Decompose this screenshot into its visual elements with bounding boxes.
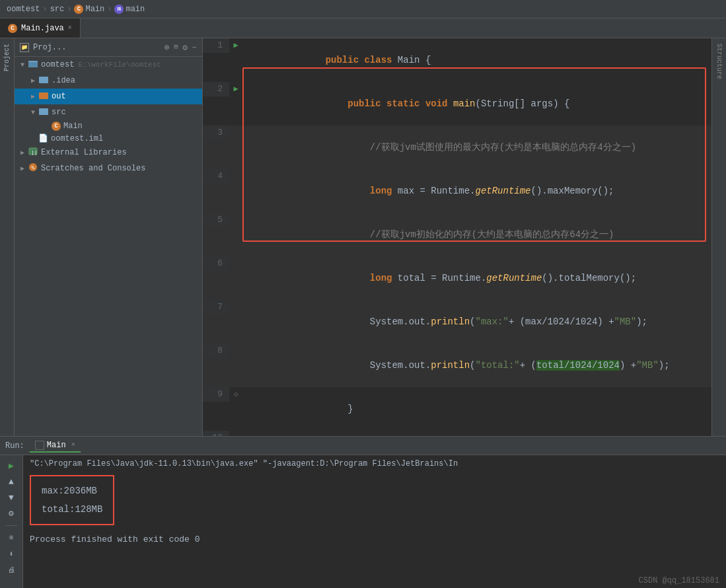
breadcrumb-main[interactable]: C Main — [74, 5, 104, 14]
code-editor[interactable]: 1 ▶ public class Main { 2 ▶ — [203, 38, 711, 436]
divider — [5, 525, 17, 526]
scroll-down-btn[interactable]: ▼ — [5, 491, 18, 504]
tab-main-java[interactable]: C Main.java × — [0, 18, 81, 38]
line-content-1: public class Main { — [242, 38, 711, 82]
tree-item-label-idea: .idea — [52, 76, 75, 85]
run-arrow-1[interactable]: ▶ — [233, 38, 238, 53]
ext-libs-icon: ||| — [28, 146, 38, 159]
console-body: ▶ ▲ ▼ ⚙ ≡ ⬇ 🖨 "C:\Program Files\Java\jdk… — [0, 455, 726, 588]
project-tab[interactable]: Project — [3, 44, 11, 71]
main-class-icon: C — [74, 5, 83, 14]
breadcrumb-bar: oomtest › src › C Main › m main — [0, 0, 726, 18]
close-sidebar-icon[interactable]: – — [192, 42, 197, 53]
locate-icon[interactable]: ⊕ — [164, 42, 170, 53]
tree-item-idea[interactable]: ▶ .idea — [15, 73, 202, 89]
tree-item-main-class[interactable]: ▶ C Main — [15, 120, 202, 132]
line-num-3: 3 — [203, 126, 229, 140]
scratches-icon: ✎ — [28, 162, 38, 175]
watermark: CSDN @qq_18153681 — [639, 576, 719, 585]
code-line-6: 6 long total = Runtime.getRuntime().tota… — [203, 256, 711, 300]
sidebar-header: 📁 Proj... ⊕ ≡ ⚙ – — [15, 38, 202, 57]
align-left-btn[interactable]: ≡ — [5, 531, 18, 544]
bottom-panel: Run: Main × ▶ ▲ ▼ ⚙ ≡ ⬇ 🖨 — [0, 436, 726, 588]
line-num-10: 10 — [203, 431, 229, 436]
run-arrow-2[interactable]: ▶ — [233, 82, 238, 96]
console-output-total: total:128MB — [42, 500, 102, 519]
code-line-1: 1 ▶ public class Main { — [203, 38, 711, 82]
tree-item-src[interactable]: ▼ src — [15, 104, 202, 120]
run-tab-main[interactable]: Main × — [30, 439, 81, 453]
run-tab-bar: Run: Main × — [0, 437, 726, 455]
code-line-3: 3 //获取jvm试图使用的最大内存(大约是本电脑的总内存4分之一) — [203, 126, 711, 169]
line-content-3: //获取jvm试图使用的最大内存(大约是本电脑的总内存4分之一) — [242, 126, 711, 169]
code-line-4: 4 long max = Runtime.getRuntime().maxMem… — [203, 169, 711, 213]
svg-text:|||: ||| — [31, 149, 38, 155]
main-class-tree-icon: C — [52, 122, 61, 131]
bookmark-icon-9: ◇ — [234, 387, 238, 402]
editor-tab-bar: C Main.java × — [0, 18, 726, 38]
console-toolbar: ▶ ▲ ▼ ⚙ ≡ ⬇ 🖨 — [0, 455, 23, 588]
line-num-6: 6 — [203, 256, 229, 271]
run-label: Run: — [5, 441, 24, 451]
run-tab-close[interactable]: × — [71, 441, 75, 449]
line-num-2: 2 — [203, 82, 229, 96]
tree-item-label-iml: oomtest.iml — [51, 134, 103, 143]
expand-arrow-ext: ▶ — [17, 149, 28, 157]
run-tab-name: Main — [47, 441, 66, 450]
expand-arrow-idea: ▶ — [28, 77, 38, 85]
structure-tab[interactable]: Structure — [715, 44, 723, 79]
code-line-2: 2 ▶ public static void main(String[] arg… — [203, 82, 711, 126]
tree-item-label-ext-libs: External Libraries — [41, 148, 127, 157]
run-green-btn[interactable]: ▶ — [5, 459, 18, 472]
expand-arrow-out: ▶ — [28, 92, 38, 100]
console-result-box: max:2036MB total:128MB — [30, 475, 114, 525]
tab-java-icon: C — [8, 24, 17, 33]
print-btn[interactable]: 🖨 — [5, 563, 18, 576]
code-lines: 1 ▶ public class Main { 2 ▶ — [203, 38, 711, 436]
idea-folder-icon — [38, 74, 49, 87]
line-num-4: 4 — [203, 169, 229, 184]
console-output-max: max:2036MB — [42, 482, 102, 500]
right-panel-strip: Structure — [711, 38, 726, 436]
tree-item-label-out: out — [52, 92, 66, 101]
line-content-10: } — [242, 431, 711, 436]
tree-item-path-oomtest: E:\workFile\oomtest — [78, 61, 161, 69]
sidebar-folder-icon: 📁 — [20, 43, 29, 52]
out-folder-icon — [38, 90, 49, 103]
scroll-up-btn[interactable]: ▲ — [5, 475, 18, 488]
console-command: "C:\Program Files\Java\jdk-11.0.13\bin\j… — [30, 459, 719, 468]
line-gutter-2: ▶ — [229, 82, 242, 96]
svg-rect-1 — [39, 77, 48, 83]
breadcrumb-method[interactable]: m main — [114, 5, 145, 14]
expand-arrow-src: ▼ — [28, 109, 38, 116]
svg-rect-2 — [39, 92, 48, 99]
tree-item-oomtest[interactable]: ▼ oomtest E:\workFile\oomtest — [15, 57, 202, 73]
line-content-9: } — [242, 387, 711, 431]
settings-console-btn[interactable]: ⚙ — [5, 507, 18, 520]
tree-item-iml[interactable]: ▶ 📄 oomtest.iml — [15, 132, 202, 145]
tree-item-external-libs[interactable]: ▶ ||| External Libraries — [15, 145, 202, 161]
breadcrumb-src[interactable]: src — [50, 5, 65, 14]
code-line-9: 9 ◇ } — [203, 387, 711, 431]
tree-item-label-oomtest: oomtest — [41, 60, 74, 69]
tree-item-scratches[interactable]: ▶ ✎ Scratches and Consoles — [15, 161, 202, 176]
code-line-7: 7 System.out.println("max:"+ (max/1024/1… — [203, 300, 711, 344]
line-content-8: System.out.println("total:"+ (total/1024… — [242, 344, 711, 387]
collapse-icon[interactable]: ≡ — [174, 42, 179, 53]
line-content-6: long total = Runtime.getRuntime().totalM… — [242, 256, 711, 300]
line-num-8: 8 — [203, 344, 229, 358]
download-btn[interactable]: ⬇ — [5, 547, 18, 560]
expand-arrow-scratches: ▶ — [17, 165, 28, 172]
tree-item-label-main-class: Main — [63, 122, 83, 131]
line-num-9: 9 — [203, 387, 229, 402]
console-exit-message: Process finished with exit code 0 — [30, 534, 719, 544]
code-line-5: 5 //获取jvm初始化的内存(大约是本电脑的总内存64分之一) — [203, 213, 711, 256]
project-tree: ▼ oomtest E:\workFile\oomtest ▶ .ide — [15, 57, 202, 176]
line-content-7: System.out.println("max:"+ (max/1024/102… — [242, 300, 711, 344]
tab-close-button[interactable]: × — [68, 24, 72, 32]
settings-icon[interactable]: ⚙ — [182, 42, 188, 53]
tree-item-out[interactable]: ▶ out — [15, 89, 202, 104]
breadcrumb-root[interactable]: oomtest — [7, 5, 40, 14]
code-line-8: 8 System.out.println("total:"+ (total/10… — [203, 344, 711, 387]
code-line-10: 10 } — [203, 431, 711, 436]
